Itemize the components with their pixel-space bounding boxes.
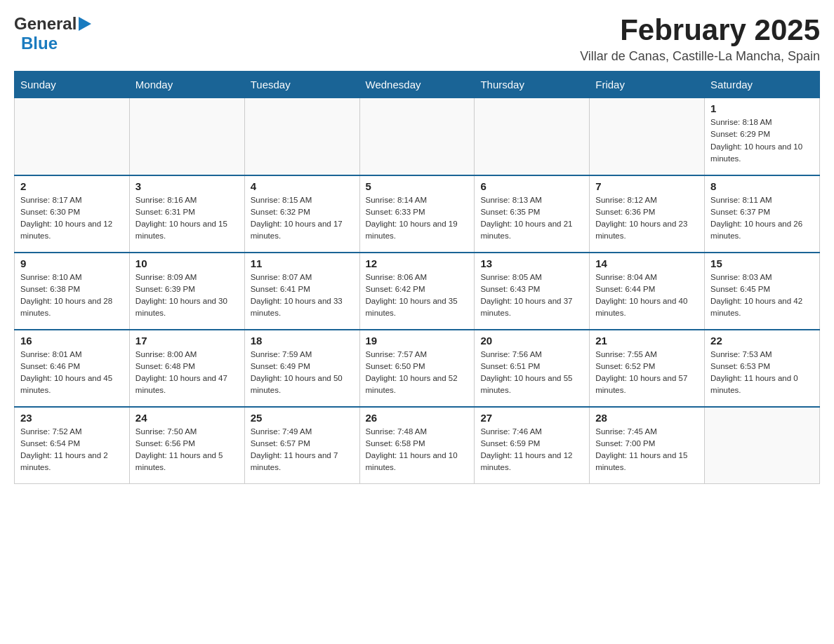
logo-triangle-icon — [79, 17, 91, 34]
day-number: 12 — [366, 257, 469, 269]
week-row-5: 23Sunrise: 7:52 AM Sunset: 6:54 PM Dayli… — [15, 407, 820, 484]
day-info: Sunrise: 8:11 AM Sunset: 6:37 PM Dayligh… — [710, 194, 814, 243]
calendar-cell: 17Sunrise: 8:00 AM Sunset: 6:48 PM Dayli… — [129, 330, 244, 407]
day-number: 6 — [480, 180, 583, 192]
calendar-cell: 22Sunrise: 7:53 AM Sunset: 6:53 PM Dayli… — [705, 330, 820, 407]
day-number: 11 — [251, 257, 354, 269]
calendar-cell — [244, 98, 359, 175]
day-number: 24 — [135, 412, 239, 424]
day-number: 1 — [710, 102, 814, 114]
day-number: 16 — [20, 335, 124, 347]
day-number: 5 — [366, 180, 469, 192]
col-header-monday: Monday — [129, 72, 244, 98]
calendar-cell — [705, 407, 820, 484]
day-number: 22 — [710, 335, 814, 347]
day-info: Sunrise: 8:09 AM Sunset: 6:39 PM Dayligh… — [135, 271, 239, 320]
calendar-cell: 19Sunrise: 7:57 AM Sunset: 6:50 PM Dayli… — [359, 330, 475, 407]
day-info: Sunrise: 8:17 AM Sunset: 6:30 PM Dayligh… — [20, 194, 124, 243]
day-number: 7 — [595, 180, 699, 192]
col-header-saturday: Saturday — [705, 72, 820, 98]
col-header-sunday: Sunday — [15, 72, 130, 98]
day-info: Sunrise: 8:16 AM Sunset: 6:31 PM Dayligh… — [135, 194, 239, 243]
logo-general-text: General — [14, 14, 77, 34]
day-number: 19 — [366, 335, 469, 347]
day-info: Sunrise: 8:03 AM Sunset: 6:45 PM Dayligh… — [710, 271, 814, 320]
day-number: 2 — [20, 180, 124, 192]
col-header-wednesday: Wednesday — [359, 72, 475, 98]
day-info: Sunrise: 7:57 AM Sunset: 6:50 PM Dayligh… — [366, 349, 469, 397]
title-section: February 2025 Villar de Canas, Castille-… — [580, 14, 820, 64]
day-info: Sunrise: 7:49 AM Sunset: 6:57 PM Dayligh… — [251, 426, 354, 474]
calendar-cell: 5Sunrise: 8:14 AM Sunset: 6:33 PM Daylig… — [359, 175, 475, 253]
calendar-cell: 28Sunrise: 7:45 AM Sunset: 7:00 PM Dayli… — [590, 407, 705, 484]
day-number: 8 — [710, 180, 814, 192]
day-number: 13 — [480, 257, 583, 269]
calendar-cell: 23Sunrise: 7:52 AM Sunset: 6:54 PM Dayli… — [15, 407, 130, 484]
day-info: Sunrise: 8:06 AM Sunset: 6:42 PM Dayligh… — [366, 271, 469, 320]
calendar-cell: 6Sunrise: 8:13 AM Sunset: 6:35 PM Daylig… — [475, 175, 590, 253]
day-number: 23 — [20, 412, 124, 424]
day-info: Sunrise: 8:00 AM Sunset: 6:48 PM Dayligh… — [135, 349, 239, 397]
col-header-tuesday: Tuesday — [244, 72, 359, 98]
calendar-cell: 21Sunrise: 7:55 AM Sunset: 6:52 PM Dayli… — [590, 330, 705, 407]
calendar-cell: 9Sunrise: 8:10 AM Sunset: 6:38 PM Daylig… — [15, 253, 130, 330]
day-number: 25 — [251, 412, 354, 424]
day-info: Sunrise: 7:46 AM Sunset: 6:59 PM Dayligh… — [480, 426, 583, 474]
week-row-1: 1Sunrise: 8:18 AM Sunset: 6:29 PM Daylig… — [15, 98, 820, 175]
day-info: Sunrise: 7:52 AM Sunset: 6:54 PM Dayligh… — [20, 426, 124, 474]
calendar-cell: 1Sunrise: 8:18 AM Sunset: 6:29 PM Daylig… — [705, 98, 820, 175]
week-row-2: 2Sunrise: 8:17 AM Sunset: 6:30 PM Daylig… — [15, 175, 820, 253]
week-row-4: 16Sunrise: 8:01 AM Sunset: 6:46 PM Dayli… — [15, 330, 820, 407]
day-info: Sunrise: 8:07 AM Sunset: 6:41 PM Dayligh… — [251, 271, 354, 320]
day-number: 10 — [135, 257, 239, 269]
calendar-cell: 13Sunrise: 8:05 AM Sunset: 6:43 PM Dayli… — [475, 253, 590, 330]
day-number: 26 — [366, 412, 469, 424]
day-info: Sunrise: 7:56 AM Sunset: 6:51 PM Dayligh… — [480, 349, 583, 397]
calendar-cell: 3Sunrise: 8:16 AM Sunset: 6:31 PM Daylig… — [129, 175, 244, 253]
page-header: General Blue February 2025 Villar de Can… — [14, 14, 820, 64]
month-title: February 2025 — [580, 14, 820, 46]
calendar-cell: 12Sunrise: 8:06 AM Sunset: 6:42 PM Dayli… — [359, 253, 475, 330]
day-number: 9 — [20, 257, 124, 269]
day-info: Sunrise: 7:48 AM Sunset: 6:58 PM Dayligh… — [366, 426, 469, 474]
day-number: 4 — [251, 180, 354, 192]
calendar-cell: 16Sunrise: 8:01 AM Sunset: 6:46 PM Dayli… — [15, 330, 130, 407]
calendar-cell: 2Sunrise: 8:17 AM Sunset: 6:30 PM Daylig… — [15, 175, 130, 253]
calendar-cell: 18Sunrise: 7:59 AM Sunset: 6:49 PM Dayli… — [244, 330, 359, 407]
calendar-cell: 26Sunrise: 7:48 AM Sunset: 6:58 PM Dayli… — [359, 407, 475, 484]
day-headers-row: SundayMondayTuesdayWednesdayThursdayFrid… — [15, 72, 820, 98]
calendar-cell — [590, 98, 705, 175]
calendar-cell: 27Sunrise: 7:46 AM Sunset: 6:59 PM Dayli… — [475, 407, 590, 484]
day-number: 21 — [595, 335, 699, 347]
calendar-cell: 25Sunrise: 7:49 AM Sunset: 6:57 PM Dayli… — [244, 407, 359, 484]
day-info: Sunrise: 8:14 AM Sunset: 6:33 PM Dayligh… — [366, 194, 469, 243]
day-info: Sunrise: 8:13 AM Sunset: 6:35 PM Dayligh… — [480, 194, 583, 243]
day-number: 28 — [595, 412, 699, 424]
calendar-cell: 8Sunrise: 8:11 AM Sunset: 6:37 PM Daylig… — [705, 175, 820, 253]
day-info: Sunrise: 8:18 AM Sunset: 6:29 PM Dayligh… — [710, 116, 814, 165]
day-info: Sunrise: 8:10 AM Sunset: 6:38 PM Dayligh… — [20, 271, 124, 320]
day-info: Sunrise: 7:53 AM Sunset: 6:53 PM Dayligh… — [710, 349, 814, 397]
calendar-cell: 20Sunrise: 7:56 AM Sunset: 6:51 PM Dayli… — [475, 330, 590, 407]
calendar-cell: 4Sunrise: 8:15 AM Sunset: 6:32 PM Daylig… — [244, 175, 359, 253]
col-header-friday: Friday — [590, 72, 705, 98]
day-number: 15 — [710, 257, 814, 269]
day-info: Sunrise: 8:15 AM Sunset: 6:32 PM Dayligh… — [251, 194, 354, 243]
day-info: Sunrise: 8:04 AM Sunset: 6:44 PM Dayligh… — [595, 271, 699, 320]
day-info: Sunrise: 7:45 AM Sunset: 7:00 PM Dayligh… — [595, 426, 699, 474]
day-number: 18 — [251, 335, 354, 347]
logo: General Blue — [14, 14, 91, 53]
logo-blue-text: Blue — [21, 34, 58, 53]
location-text: Villar de Canas, Castille-La Mancha, Spa… — [580, 49, 820, 64]
calendar-cell: 14Sunrise: 8:04 AM Sunset: 6:44 PM Dayli… — [590, 253, 705, 330]
day-number: 3 — [135, 180, 239, 192]
calendar-cell: 15Sunrise: 8:03 AM Sunset: 6:45 PM Dayli… — [705, 253, 820, 330]
day-number: 27 — [480, 412, 583, 424]
day-info: Sunrise: 8:01 AM Sunset: 6:46 PM Dayligh… — [20, 349, 124, 397]
day-info: Sunrise: 8:05 AM Sunset: 6:43 PM Dayligh… — [480, 271, 583, 320]
week-row-3: 9Sunrise: 8:10 AM Sunset: 6:38 PM Daylig… — [15, 253, 820, 330]
day-number: 14 — [595, 257, 699, 269]
calendar-cell — [129, 98, 244, 175]
calendar-cell: 24Sunrise: 7:50 AM Sunset: 6:56 PM Dayli… — [129, 407, 244, 484]
calendar-cell — [15, 98, 130, 175]
